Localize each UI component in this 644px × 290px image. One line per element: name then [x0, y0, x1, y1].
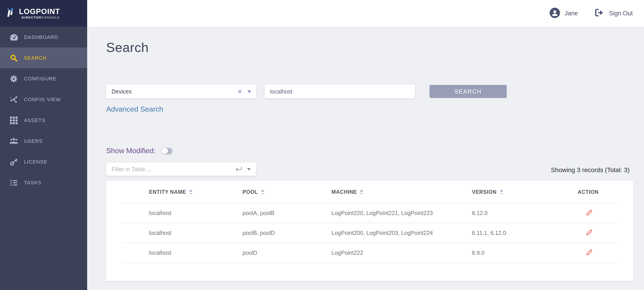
cell-version: 6.12.0: [472, 210, 578, 216]
show-modified-row: Show Modified:: [106, 147, 173, 155]
sidebar-item-label: CONFIG VIEW: [24, 97, 61, 102]
cell-entity-name: localhost: [149, 250, 242, 256]
sidebar-item-config-view[interactable]: CONFIG VIEW: [0, 89, 87, 110]
sort-icon: [499, 189, 503, 195]
tasks-icon: [10, 179, 18, 186]
user-avatar-icon: [550, 8, 560, 19]
logpoint-logo-icon: [6, 7, 16, 20]
table-row: localhost poolA, poolB LogPoint220, LogP…: [106, 203, 633, 223]
filter-input[interactable]: [106, 166, 235, 172]
show-modified-label: Show Modified:: [106, 147, 156, 155]
pencil-icon: [585, 228, 593, 238]
sign-out-button[interactable]: Sign Out: [595, 8, 633, 18]
advanced-search-link[interactable]: Advanced Search: [106, 105, 163, 114]
chevron-down-icon[interactable]: [248, 90, 251, 93]
sidebar-item-search[interactable]: SEARCH: [0, 48, 87, 68]
grid-icon: [10, 116, 18, 124]
column-header-pool[interactable]: POOL: [242, 189, 332, 195]
chevron-down-icon[interactable]: [247, 168, 251, 170]
cell-machine: LogPoint200, LogPoint203, LogPoint224: [332, 230, 472, 236]
sidebar-item-label: CONFIGURE: [24, 76, 57, 81]
table-row: localhost poolB, poolD LogPoint200, LogP…: [106, 223, 633, 243]
cell-machine: LogPoint220, LogPoint221, LogPoint223: [332, 210, 472, 216]
cell-pool: poolB, poolD: [242, 230, 332, 236]
logo[interactable]: LOGPOINT DIRECTORCONSOLE: [0, 0, 87, 27]
show-modified-toggle[interactable]: [162, 148, 173, 154]
search-query-input[interactable]: [265, 84, 415, 98]
column-header-action: ACTION: [578, 189, 620, 195]
column-header-version[interactable]: VERSION: [472, 189, 578, 195]
app-window: LOGPOINT DIRECTORCONSOLE DASHBOARD: [0, 0, 644, 290]
brand-subtitle: DIRECTORCONSOLE: [19, 16, 60, 19]
sidebar-nav: DASHBOARD SEARCH: [0, 27, 87, 193]
column-header-entity-name[interactable]: ENTITY NAME: [149, 189, 242, 195]
sidebar-item-license[interactable]: LICENSE: [0, 151, 87, 172]
sign-out-label: Sign Out: [609, 10, 633, 17]
sidebar-item-label: SEARCH: [24, 55, 46, 60]
search-category-value: Devices: [112, 88, 132, 95]
cell-pool: poolA, poolB: [242, 210, 332, 216]
sidebar-item-assets[interactable]: ASSETS: [0, 110, 87, 130]
topbar: Jane Sign Out: [87, 0, 644, 27]
cell-machine: LogPoint222: [332, 250, 472, 256]
sort-icon: [360, 189, 364, 195]
page-title: Search: [106, 40, 149, 55]
gear-icon: [10, 75, 18, 82]
column-header-machine[interactable]: MACHINE: [332, 189, 472, 195]
users-icon: [10, 138, 18, 144]
sidebar-item-configure[interactable]: CONFIGURE: [0, 68, 87, 89]
username: Jane: [564, 10, 578, 17]
brand-name: LOGPOINT: [19, 8, 60, 15]
enter-icon[interactable]: [235, 166, 242, 172]
clear-icon[interactable]: ✕: [238, 88, 242, 95]
table-filter: [106, 162, 256, 176]
sidebar-item-label: USERS: [24, 138, 43, 144]
user-menu[interactable]: Jane: [550, 8, 578, 19]
dashboard-icon: [10, 34, 18, 40]
pencil-icon: [585, 209, 593, 218]
sidebar-item-tasks[interactable]: TASKS: [0, 172, 87, 193]
pencil-icon: [585, 248, 593, 258]
cell-entity-name: localhost: [149, 210, 242, 216]
cell-entity-name: localhost: [149, 230, 242, 236]
cell-pool: poolD: [242, 250, 332, 256]
sidebar-item-users[interactable]: USERS: [0, 130, 87, 151]
search-button[interactable]: SEARCH: [430, 85, 507, 98]
key-icon: [10, 158, 18, 166]
cell-version: 6.11.1, 6.12.0: [472, 230, 578, 236]
edit-button[interactable]: [585, 248, 593, 258]
table-row: localhost poolD LogPoint222 6.9.0: [106, 243, 633, 263]
sidebar-item-label: ASSETS: [24, 118, 46, 123]
sidebar-item-label: TASKS: [24, 180, 42, 185]
toggle-knob: [162, 148, 168, 154]
edit-button[interactable]: [585, 209, 593, 218]
sidebar-item-label: DASHBOARD: [24, 34, 58, 40]
cell-version: 6.9.0: [472, 250, 578, 256]
network-icon: [10, 96, 18, 103]
sidebar: LOGPOINT DIRECTORCONSOLE DASHBOARD: [0, 0, 87, 290]
sort-icon: [260, 189, 265, 195]
main-content: Search Devices ✕ SEARCH Advanced Search …: [87, 27, 644, 290]
sidebar-item-label: LICENSE: [24, 159, 48, 164]
search-category-dropdown[interactable]: Devices ✕: [106, 84, 256, 98]
results-table: ENTITY NAME POOL MACHINE VERSION ACTION: [106, 181, 633, 281]
sort-icon: [189, 189, 193, 195]
table-header-row: ENTITY NAME POOL MACHINE VERSION ACTION: [106, 181, 633, 203]
records-summary: Showing 3 records (Total: 3): [551, 166, 630, 174]
sidebar-item-dashboard[interactable]: DASHBOARD: [0, 27, 87, 48]
edit-button[interactable]: [585, 228, 593, 238]
search-controls: Devices ✕ SEARCH: [106, 84, 507, 98]
search-icon: [10, 54, 18, 62]
sign-out-icon: [595, 8, 604, 18]
